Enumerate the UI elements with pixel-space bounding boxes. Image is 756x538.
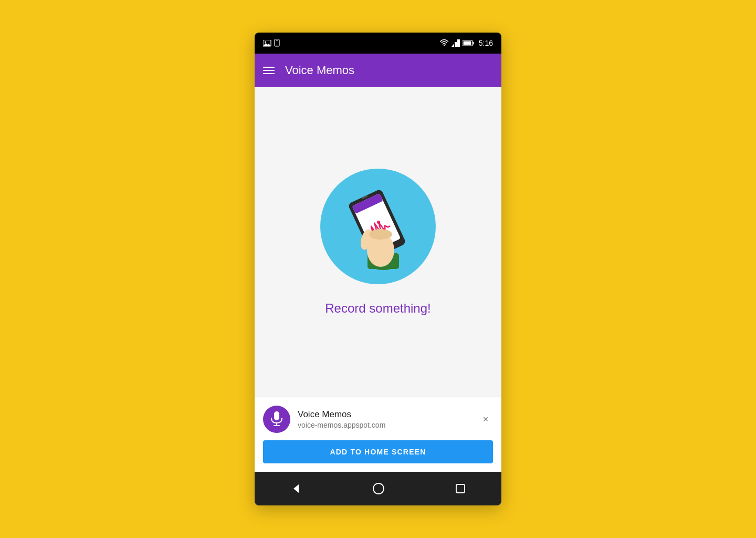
home-icon <box>373 483 384 494</box>
image-status-icon <box>263 40 271 47</box>
main-content: Record something! <box>255 87 501 397</box>
status-time: 5:16 <box>479 39 493 47</box>
svg-point-1 <box>265 41 266 43</box>
status-bar-right-icons: 5:16 <box>439 39 493 47</box>
svg-rect-10 <box>472 42 474 45</box>
svg-marker-6 <box>452 44 454 47</box>
svg-point-21 <box>369 229 392 240</box>
banner-app-url: voice-memos.appspot.com <box>298 421 471 429</box>
banner-app-icon <box>263 406 290 433</box>
battery-icon <box>463 40 474 46</box>
banner-app-name: Voice Memos <box>298 409 471 420</box>
illustration-circle <box>320 169 436 284</box>
nav-bar <box>255 472 501 505</box>
back-icon <box>290 483 302 494</box>
signal-icon <box>452 39 460 47</box>
svg-rect-22 <box>274 411 279 420</box>
phone-status-icon <box>274 39 280 47</box>
banner-top-row: Voice Memos voice-memos.appspot.com × <box>263 406 493 433</box>
svg-rect-8 <box>457 39 460 47</box>
recents-icon <box>455 483 466 494</box>
status-bar: 5:16 <box>255 33 501 54</box>
add-to-home-banner: Voice Memos voice-memos.appspot.com × AD… <box>255 397 501 472</box>
banner-app-info: Voice Memos voice-memos.appspot.com <box>298 409 471 429</box>
home-button[interactable] <box>373 483 384 494</box>
phone-frame: 5:16 Voice Memos <box>255 33 501 505</box>
recents-button[interactable] <box>455 483 466 494</box>
wifi-icon <box>439 39 449 47</box>
back-button[interactable] <box>290 483 302 494</box>
hamburger-menu-icon[interactable] <box>263 67 275 74</box>
toolbar: Voice Memos <box>255 54 501 87</box>
microphone-icon <box>269 411 284 427</box>
add-to-home-screen-button[interactable]: ADD TO HOME SCREEN <box>263 440 493 463</box>
status-bar-left-icons <box>263 39 436 47</box>
svg-rect-27 <box>456 484 465 493</box>
svg-rect-4 <box>276 40 278 41</box>
svg-point-5 <box>277 45 278 46</box>
svg-point-26 <box>373 483 384 494</box>
record-something-text: Record something! <box>325 301 430 316</box>
svg-rect-7 <box>455 42 457 47</box>
svg-marker-2 <box>263 43 271 46</box>
banner-close-button[interactable]: × <box>478 412 493 427</box>
voice-memo-illustration <box>331 178 425 275</box>
toolbar-title: Voice Memos <box>285 64 354 77</box>
svg-rect-11 <box>463 42 471 45</box>
svg-marker-25 <box>293 484 299 493</box>
